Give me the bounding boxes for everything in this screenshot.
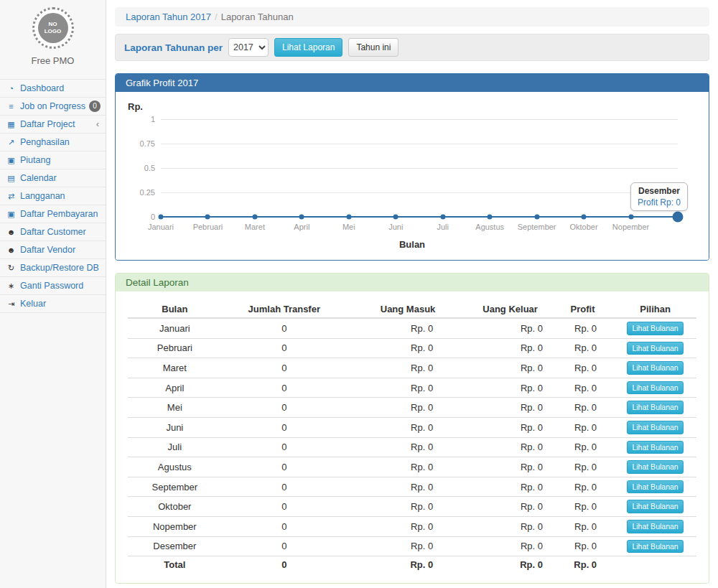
sidebar-item-ganti-password[interactable]: ∗Ganti Password [0, 277, 106, 295]
cell-uang-keluar: Rp. 0 [469, 417, 551, 437]
gridline: 1 [161, 119, 678, 120]
table-row: Juni0Rp. 0Rp. 0Rp. 0Lihat Bulanan [128, 417, 696, 437]
sidebar-item-calendar[interactable]: ▤Calendar [0, 169, 106, 187]
cell-uang-keluar: Rp. 0 [469, 516, 551, 536]
sidebar-item-job-on-progress[interactable]: ≡Job on Progress0 [0, 98, 106, 116]
chart-point-juni[interactable] [393, 215, 398, 220]
cell-profit: Rp. 0 [551, 497, 614, 517]
cell-jumlah-transfer: 0 [222, 318, 347, 338]
lihat-bulanan-button-maret[interactable]: Lihat Bulanan [627, 361, 683, 375]
lihat-bulanan-button-oktober[interactable]: Lihat Bulanan [627, 500, 683, 513]
chart-point-april[interactable] [299, 215, 304, 220]
profit-line [161, 216, 678, 218]
cell-pilihan: Lihat Bulanan [614, 398, 696, 418]
refresh-icon: ↻ [5, 262, 17, 274]
sidebar-item-daftar-pembayaran[interactable]: ▣Daftar Pembayaran [0, 205, 106, 223]
x-tick-label: April [294, 223, 309, 231]
profit-line-chart: Desember Profit Rp: 0 10.750.50.250 [161, 119, 678, 217]
sidebar-item-backup-restore-db[interactable]: ↻Backup/Restore DB [0, 259, 106, 277]
cell-uang-masuk: Rp. 0 [347, 358, 469, 378]
cell-uang-masuk: Rp. 0 [347, 318, 469, 338]
sidebar-item-daftar-project[interactable]: ▦Daftar Project‹ [0, 116, 106, 134]
sidebar-item-penghasilan[interactable]: ↗Penghasilan [0, 134, 106, 151]
cell-pilihan: Lihat Bulanan [614, 338, 696, 358]
lock-icon: ∗ [5, 280, 17, 291]
sidebar-item-dashboard[interactable]: ◔Dashboard [0, 80, 106, 98]
lihat-bulanan-button-september[interactable]: Lihat Bulanan [627, 480, 683, 494]
lihat-bulanan-button-april[interactable]: Lihat Bulanan [627, 381, 683, 395]
lihat-bulanan-button-januari[interactable]: Lihat Bulanan [627, 322, 683, 335]
calendar-icon: ▤ [5, 172, 17, 184]
table-row: September0Rp. 0Rp. 0Rp. 0Lihat Bulanan [128, 477, 696, 497]
chart-point-desember[interactable] [673, 212, 684, 223]
table-body: Januari0Rp. 0Rp. 0Rp. 0Lihat BulananPebr… [128, 318, 696, 573]
year-select[interactable]: 2017 [228, 38, 269, 57]
chart-point-september[interactable] [534, 215, 539, 220]
chart-point-januari[interactable] [159, 215, 164, 220]
brand-name: Free PMO [0, 55, 106, 66]
sidebar-item-label: Daftar Pembayaran [20, 208, 101, 220]
sidebar-item-keluar[interactable]: ⇥Keluar [0, 295, 106, 313]
chart-point-agustus[interactable] [488, 215, 493, 220]
table-header-row: BulanJumlah TransferUang MasukUang Kelua… [128, 301, 696, 318]
list-icon: ≡ [5, 101, 17, 112]
chart-tooltip-value: Profit Rp: 0 [638, 197, 681, 207]
breadcrumb-current: Laporan Tahunan [221, 11, 294, 22]
cell-jumlah-transfer: 0 [222, 358, 347, 378]
sidebar-item-piutang[interactable]: ▣Piutang [0, 151, 106, 169]
cell-profit: Rp. 0 [551, 378, 614, 398]
cell-profit: Rp. 0 [551, 457, 614, 477]
cell-bulan: Maret [128, 358, 222, 378]
lihat-bulanan-button-juni[interactable]: Lihat Bulanan [627, 421, 683, 434]
y-tick-label: 1 [128, 115, 155, 123]
cell-profit: Rp. 0 [551, 536, 614, 556]
lihat-bulanan-button-juli[interactable]: Lihat Bulanan [627, 441, 683, 454]
chart-point-nopember[interactable] [628, 215, 633, 220]
sidebar-item-daftar-customer[interactable]: ☻Daftar Customer [0, 223, 106, 241]
cell-pilihan: Lihat Bulanan [614, 516, 696, 536]
content-area: Laporan Tahun 2017/Laporan Tahunan Lapor… [106, 0, 718, 588]
chart-tooltip-title: Desember [638, 186, 681, 196]
cell-pilihan: Lihat Bulanan [614, 437, 696, 457]
x-tick-label: Januari [148, 223, 174, 231]
x-tick-label: Pebruari [193, 223, 223, 231]
breadcrumb-separator: / [215, 11, 218, 22]
cell-jumlah-transfer: 0 [222, 338, 347, 358]
sidebar-item-label: Backup/Restore DB [20, 262, 101, 274]
cell-bulan: Desember [128, 536, 222, 556]
cell-profit: Rp. 0 [551, 358, 614, 378]
lihat-bulanan-button-agustus[interactable]: Lihat Bulanan [627, 460, 683, 474]
chart-panel-body: Rp. Desember Profit Rp: 0 10.750.50.250 … [116, 92, 709, 260]
lihat-bulanan-button-nopember[interactable]: Lihat Bulanan [627, 520, 683, 533]
detail-panel-body: BulanJumlah TransferUang MasukUang Kelua… [116, 291, 709, 583]
this-year-button[interactable]: Tahun ini [348, 38, 398, 57]
sidebar-item-label: Ganti Password [20, 280, 101, 291]
sidebar-item-daftar-vendor[interactable]: ☻Daftar Vendor [0, 241, 106, 259]
cell-pilihan: Lihat Bulanan [614, 358, 696, 378]
lihat-bulanan-button-pebruari[interactable]: Lihat Bulanan [627, 342, 683, 355]
cell-bulan: Januari [128, 318, 222, 338]
cell-jumlah-transfer: 0 [222, 378, 347, 398]
breadcrumb-link-laporan-tahun[interactable]: Laporan Tahun 2017 [126, 11, 211, 22]
chart-point-maret[interactable] [252, 215, 257, 220]
chart-point-oktober[interactable] [582, 215, 587, 220]
view-report-button[interactable]: Lihat Laporan [274, 38, 342, 57]
y-tick-label: 0 [128, 213, 155, 221]
cell-jumlah-transfer: 0 [222, 398, 347, 418]
line-chart-icon: ↗ [5, 136, 17, 148]
lihat-bulanan-button-desember[interactable]: Lihat Bulanan [627, 540, 683, 554]
y-tick-label: 0.5 [128, 164, 155, 172]
cell-jumlah-transfer: 0 [222, 497, 347, 517]
chart-point-juli[interactable] [440, 215, 445, 220]
cell-pilihan: Lihat Bulanan [614, 417, 696, 437]
users-icon: ☻ [5, 244, 17, 256]
lihat-bulanan-button-mei[interactable]: Lihat Bulanan [627, 401, 683, 414]
chart-point-pebruari[interactable] [205, 215, 210, 220]
chart-point-mei[interactable] [346, 215, 351, 220]
sidebar-item-langganan[interactable]: ⇄Langganan [0, 187, 106, 205]
table-icon: ▦ [5, 118, 17, 130]
sidebar-item-label: Piutang [20, 154, 101, 166]
breadcrumb: Laporan Tahun 2017/Laporan Tahunan [115, 7, 709, 27]
cell-jumlah-transfer: 0 [222, 556, 347, 574]
chart-panel-title: Grafik Profit 2017 [116, 74, 709, 92]
